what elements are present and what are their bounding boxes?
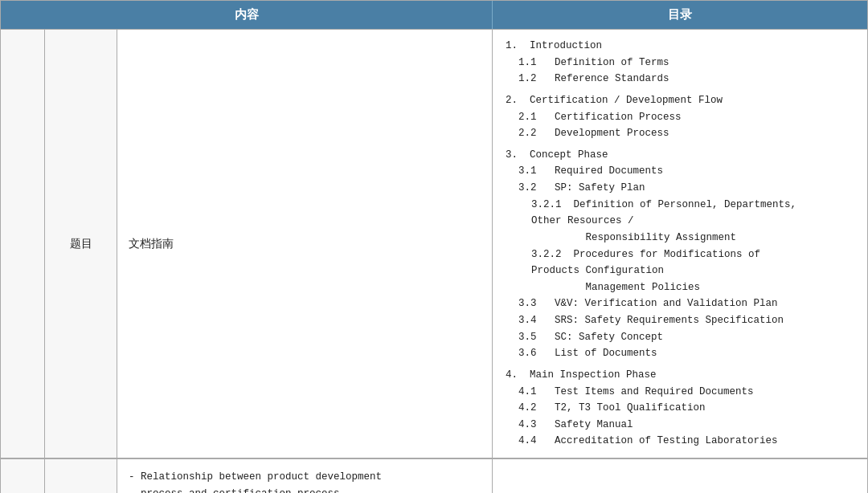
toc-item: Products Configuration bbox=[506, 263, 854, 279]
toc-item: 4.4 Accreditation of Testing Laboratorie… bbox=[506, 433, 854, 450]
toc-item: 2. Certification / Development Flow bbox=[506, 92, 854, 109]
toc-area: 1. Introduction1.1 Definition of Terms1.… bbox=[493, 30, 867, 458]
header-content: 内容 bbox=[1, 1, 493, 29]
label-topic: 题目 bbox=[45, 30, 117, 458]
toc-item: 4. Main Inspection Phase bbox=[506, 367, 854, 384]
toc-item: Management Policies bbox=[506, 279, 854, 296]
toc-item: 3.2.2 Procedures for Modifications of bbox=[506, 246, 854, 263]
toc-item: 2.2 Development Process bbox=[506, 125, 854, 142]
toc-item: 4.1 Test Items and Required Documents bbox=[506, 384, 854, 401]
toc-item: 1. Introduction bbox=[506, 38, 854, 55]
toc-item: 3.1 Required Documents bbox=[506, 163, 854, 180]
title-row: 题目 文档指南 1. Introduction1.1 Definition of… bbox=[1, 29, 867, 458]
toc-item: 1.2 Reference Standards bbox=[506, 71, 854, 88]
table-header: 内容 目录 bbox=[1, 1, 867, 29]
header-toc: 目录 bbox=[493, 1, 867, 29]
section-label: 概述 bbox=[45, 459, 117, 493]
toc-item: 3.3 V&V: Verification and Validation Pla… bbox=[506, 295, 854, 312]
toc-item: 3.6 List of Documents bbox=[506, 345, 854, 362]
toc-item: 4.3 Safety Manual bbox=[506, 417, 854, 434]
toc-item: Responsibility Assignment bbox=[506, 230, 854, 246]
toc-item: 1.1 Definition of Terms bbox=[506, 55, 854, 71]
toc-item: 4.2 T2, T3 Tool Qualification bbox=[506, 400, 854, 417]
toc-item: 2.1 Certification Process bbox=[506, 109, 854, 126]
topic-value: 文档指南 bbox=[117, 30, 493, 458]
toc-item: 3. Concept Phase bbox=[506, 147, 854, 164]
toc-item: 3.2.1 Definition of Personnel, Departmen… bbox=[506, 197, 854, 214]
toc-item: Other Resources / bbox=[506, 213, 854, 230]
content-text: - Relationship between product developme… bbox=[129, 469, 481, 493]
main-row: 2-1 概述 - Relationship between product de… bbox=[1, 458, 867, 493]
toc-item: 3.5 SC: Safety Concept bbox=[506, 329, 854, 346]
content-line-1: - Relationship between product developme… bbox=[129, 471, 382, 493]
main-content: - Relationship between product developme… bbox=[117, 459, 493, 493]
toc-item: 3.4 SRS: Safety Requirements Specificati… bbox=[506, 312, 854, 329]
toc-item: 3.2 SP: Safety Plan bbox=[506, 180, 854, 197]
row-num-empty bbox=[1, 30, 45, 458]
section-number: 2-1 bbox=[1, 459, 45, 493]
